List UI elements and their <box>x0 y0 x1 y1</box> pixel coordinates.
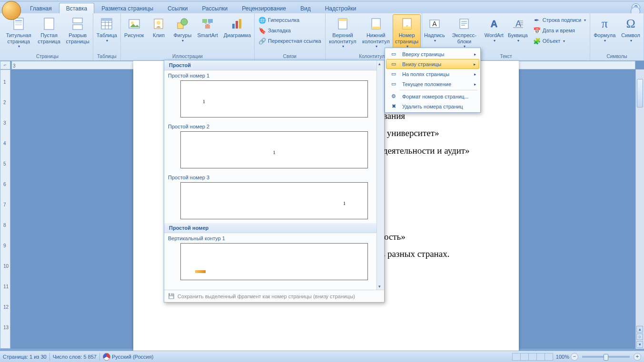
svg-rect-5 <box>73 18 82 23</box>
crossref-button[interactable]: 🔗Перекрестная ссылка <box>257 36 323 46</box>
textbox-button[interactable]: A Надпись▾ <box>423 14 446 43</box>
svg-rect-24 <box>232 24 235 29</box>
submenu-item-label: Внизу страницы <box>402 61 441 67</box>
group-label-links: Связи <box>256 53 324 60</box>
gallery-item[interactable]: Простой номер 2 <box>164 121 384 172</box>
tab-разметка страницы[interactable]: Разметка страницы <box>94 3 160 13</box>
tab-главная[interactable]: Главная <box>23 3 59 13</box>
office-button[interactable] <box>2 1 21 20</box>
chevron-right-icon: ▸ <box>474 82 476 87</box>
status-words[interactable]: Число слов: 5 857 <box>53 354 97 360</box>
svg-rect-6 <box>73 25 82 29</box>
tab-вставка[interactable]: Вставка <box>59 3 95 13</box>
pagenum-gallery: Простой Простой номер 1Простой номер 2Пр… <box>164 60 385 303</box>
equation-button[interactable]: π Формула▾ <box>591 14 618 43</box>
pagenum-icon: # <box>399 16 415 31</box>
prev-page-nav[interactable]: ▴ <box>636 326 643 333</box>
status-zoom[interactable]: 100% <box>556 354 569 360</box>
tab-рассылки[interactable]: Рассылки <box>195 3 235 13</box>
svg-rect-0 <box>14 18 23 29</box>
group-label-tables: Таблицы <box>94 53 119 60</box>
tab-ссылки[interactable]: Ссылки <box>160 3 195 13</box>
chevron-right-icon: ▸ <box>474 62 476 67</box>
table-button[interactable]: Таблица▾ <box>94 14 119 43</box>
page-break-button[interactable]: Разрыв страницы <box>64 14 92 45</box>
submenu-item[interactable]: ▭На полях страницы▸ <box>386 69 479 79</box>
help-icon[interactable]: ? <box>632 3 640 12</box>
browse-object-nav[interactable]: ○ <box>636 333 643 340</box>
page-break-icon <box>70 16 85 31</box>
zoom-out-button[interactable]: − <box>571 353 578 361</box>
submenu-item[interactable]: ✖Удалить номера страниц <box>386 101 479 111</box>
chart-button[interactable]: Диаграмма <box>221 14 253 39</box>
vertical-scrollbar[interactable]: ▴ ○ ▾ <box>635 69 644 349</box>
gallery-footer[interactable]: 💾 Сохранить выделенный фрагмент как номе… <box>164 290 384 302</box>
svg-line-23 <box>208 23 210 25</box>
wordart-icon: A <box>486 16 502 31</box>
svg-line-22 <box>205 23 208 25</box>
svg-point-16 <box>157 21 160 25</box>
group-label-illustrations: Иллюстрации <box>122 53 253 60</box>
datetime-button[interactable]: 📅Дата и время <box>531 26 588 35</box>
gallery-scrollbar[interactable] <box>376 60 384 290</box>
svg-rect-3 <box>15 24 22 25</box>
hyperlink-button[interactable]: 🌐Гиперссылка <box>257 15 323 25</box>
footer-button[interactable]: Нижний колонтитул▾ <box>360 14 392 49</box>
submenu-item-label: Вверху страницы <box>402 51 444 57</box>
submenu-item[interactable]: ▭Внизу страницы▸ <box>386 59 479 69</box>
group-label-symbols: Символы <box>591 53 643 60</box>
signature-button[interactable]: ✒Строка подписи▾ <box>531 15 588 25</box>
header-button[interactable]: Верхний колонтитул▾ <box>327 14 359 49</box>
clip-button[interactable]: Клип <box>147 14 170 39</box>
dropcap-button[interactable]: A Буквица▾ <box>506 14 529 43</box>
picture-button[interactable]: Рисунок <box>122 14 147 39</box>
tab-вид[interactable]: Вид <box>293 3 318 13</box>
status-language[interactable]: Русский (Россия) <box>112 354 153 360</box>
submenu-item-label: Формат номеров страниц... <box>402 94 469 99</box>
svg-rect-1 <box>15 20 22 21</box>
svg-rect-33 <box>403 27 411 29</box>
format-icon: ⚙ <box>389 93 398 99</box>
gallery-preview <box>180 243 368 280</box>
textbox-icon: A <box>427 16 442 31</box>
submenu-item[interactable]: ⚙Формат номеров страниц... <box>386 91 479 101</box>
bookmark-button[interactable]: 🔖Закладка <box>257 26 323 35</box>
object-button[interactable]: 🧩Объект▾ <box>531 36 588 46</box>
symbol-button[interactable]: Ω Символ▾ <box>619 14 643 43</box>
zoom-slider[interactable] <box>582 356 630 358</box>
submenu-item[interactable]: ▭Вверху страницы▸ <box>386 49 479 59</box>
smartart-button[interactable]: SmartArt <box>195 14 220 39</box>
submenu-item-label: На полях страницы <box>402 71 449 77</box>
svg-rect-28 <box>338 19 347 21</box>
gallery-item[interactable]: Простой номер 3 <box>164 172 384 223</box>
bookmark-icon: 🔖 <box>258 27 266 34</box>
tab-надстройки[interactable]: Надстройки <box>318 3 364 13</box>
crossref-icon: 🔗 <box>258 37 266 45</box>
gallery-item-label: Простой номер 1 <box>168 71 380 80</box>
svg-rect-26 <box>239 19 241 29</box>
quickparts-button[interactable]: Экспресс-блоки▾ <box>447 14 482 49</box>
dropcap-icon: A <box>510 16 525 31</box>
scrollbar-thumb[interactable] <box>637 79 643 108</box>
table-icon <box>99 16 114 31</box>
gallery-item[interactable]: Вертикальный контур 1 <box>164 233 384 284</box>
shapes-button[interactable]: Фигуры▾ <box>171 14 194 43</box>
gallery-preview <box>180 80 368 117</box>
tab-рецензирование[interactable]: Рецензирование <box>235 3 293 13</box>
gallery-item[interactable]: Простой номер 1 <box>164 70 384 121</box>
vertical-ruler[interactable]: 12345678910111213 <box>0 69 10 349</box>
submenu-item[interactable]: ▭Текущее положение▸ <box>386 79 479 89</box>
wordart-button[interactable]: A WordArt▾ <box>483 14 505 43</box>
next-page-nav[interactable]: ▾ <box>636 341 643 348</box>
page-number-button[interactable]: # Номер страницы▾ <box>393 14 421 49</box>
cover-page-button[interactable]: Титульная страница▾ <box>3 14 35 49</box>
view-buttons[interactable] <box>513 353 553 361</box>
blank-page-button[interactable]: Пустая страница <box>36 14 63 45</box>
calendar-icon: 📅 <box>533 27 541 34</box>
zoom-in-button[interactable]: + <box>634 353 641 361</box>
svg-rect-12 <box>101 19 112 21</box>
status-page[interactable]: Страница: 1 из 30 <box>3 354 47 360</box>
svg-rect-25 <box>236 21 238 29</box>
signature-icon: ✒ <box>533 16 541 24</box>
save-selection-icon: 💾 <box>168 293 175 299</box>
